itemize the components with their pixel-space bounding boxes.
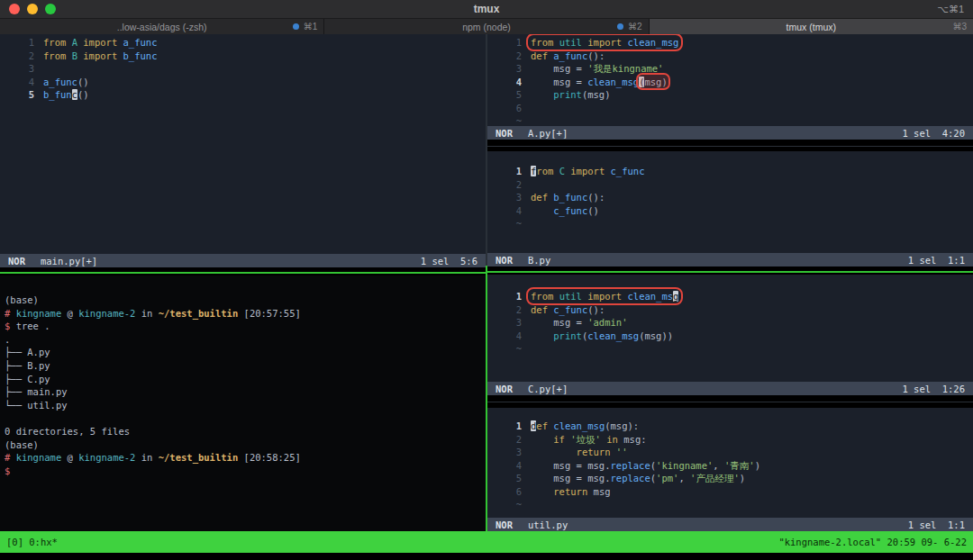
pane-border-horizontal-active[interactable] bbox=[487, 266, 973, 275]
close-button[interactable] bbox=[9, 4, 20, 14]
code-token: def bbox=[531, 50, 548, 61]
code-token: import bbox=[587, 37, 622, 48]
code-token: return bbox=[577, 447, 611, 457]
code-line: 2from B import b_func bbox=[7, 50, 486, 63]
code-token: replace bbox=[611, 460, 650, 471]
line-number: 1 bbox=[495, 420, 522, 433]
tab-title: tmux (tmux) bbox=[650, 22, 973, 32]
minimize-button[interactable] bbox=[27, 4, 38, 14]
code-token: clean_msg bbox=[628, 37, 679, 48]
pane-border-horizontal[interactable] bbox=[487, 395, 973, 408]
terminal-line bbox=[5, 411, 486, 425]
code-line: 5 print(msg) bbox=[495, 88, 973, 102]
code-token: (): bbox=[587, 50, 605, 61]
editor-pane-util-py[interactable]: 1def clean_msg(msg):2 if '垃圾' in msg:3 r… bbox=[487, 408, 973, 531]
line-number: 4 bbox=[495, 330, 522, 343]
line-number: 2 bbox=[7, 50, 34, 63]
code-token: (msg)) bbox=[639, 330, 673, 341]
line-number: 4 bbox=[7, 76, 34, 89]
terminal-output[interactable]: (base)# kingname @ kingname-2 in ~/test_… bbox=[0, 275, 486, 477]
code-token: kingname-2 bbox=[78, 308, 135, 319]
file-name: B.py bbox=[528, 255, 550, 266]
editor-pane-a-py[interactable]: 1from util import clean_msg2def a_func()… bbox=[487, 34, 973, 140]
bottom-gap bbox=[0, 553, 973, 560]
code-token bbox=[531, 486, 553, 497]
tab-activity-dot-icon bbox=[293, 23, 299, 30]
cursor-position: 1 sel 1:1 bbox=[908, 255, 965, 266]
code-token: rom bbox=[536, 166, 553, 176]
code-area-c-py[interactable]: 1from util import clean_msg2def c_func()… bbox=[487, 275, 973, 382]
code-token: clean_ms bbox=[628, 291, 674, 302]
pane-border-horizontal[interactable] bbox=[0, 267, 486, 275]
code-token: [20:58:25] bbox=[238, 452, 301, 463]
code-area-main-py[interactable]: 1from A import a_func2from B import b_fu… bbox=[0, 34, 486, 254]
empty-line-tilde: ~ bbox=[495, 498, 522, 511]
code-token: replace bbox=[611, 473, 650, 483]
code-line: 4 msg = msg.replace('kingname', '青南') bbox=[495, 459, 973, 473]
code-token: () bbox=[587, 205, 599, 216]
code-token: '' bbox=[616, 447, 628, 457]
code-line: 3 msg = 'admin' bbox=[495, 316, 973, 330]
code-area-b-py[interactable]: 1from C import c_func23def b_func():4 c_… bbox=[487, 151, 973, 253]
code-token: msg bbox=[587, 486, 610, 497]
code-line: 2def c_func(): bbox=[495, 303, 973, 317]
code-token: 'admin' bbox=[587, 317, 627, 328]
code-line: 1from util import clean_msg bbox=[495, 290, 973, 303]
code-token bbox=[531, 89, 553, 100]
code-token: 0 directories, 5 files bbox=[5, 426, 130, 437]
terminal-line: 0 directories, 5 files bbox=[5, 425, 486, 438]
line-number: 5 bbox=[495, 88, 522, 102]
code-token: import bbox=[587, 291, 622, 302]
code-line: 4 msg = clean_msg(msg) bbox=[495, 76, 973, 89]
code-token: @ bbox=[61, 452, 78, 463]
code-token: msg = msg. bbox=[531, 460, 611, 471]
code-token: 'pm' bbox=[656, 473, 678, 483]
zoom-button[interactable] bbox=[45, 4, 56, 14]
statusline-util-py: NOR util.py 1 sel 1:1 bbox=[487, 518, 973, 531]
code-area-util-py[interactable]: 1def clean_msg(msg):2 if '垃圾' in msg:3 r… bbox=[487, 408, 973, 518]
code-token: [20:57:55] bbox=[238, 308, 301, 319]
code-token: '垃圾' bbox=[570, 434, 601, 445]
pane-border-horizontal[interactable] bbox=[487, 140, 973, 151]
code-token: (): bbox=[587, 192, 605, 203]
code-line: 3 msg = '我是kingname' bbox=[495, 62, 973, 76]
terminal-line: # kingname @ kingname-2 in ~/test_builti… bbox=[5, 451, 486, 465]
statusline-a-py: NOR A.py[+] 1 sel 4:20 bbox=[487, 126, 973, 140]
shell-pane[interactable]: (base)# kingname @ kingname-2 in ~/test_… bbox=[0, 275, 486, 531]
tab-npm-node[interactable]: npm (node)⌘2 bbox=[324, 19, 649, 34]
code-token: b_fun bbox=[43, 89, 72, 100]
tab-tmux-tmux[interactable]: tmux (tmux)⌘3 bbox=[650, 19, 973, 34]
code-token: msg = bbox=[531, 63, 587, 74]
line-number: 2 bbox=[495, 50, 522, 63]
line-number: 3 bbox=[495, 62, 522, 76]
editor-pane-c-py[interactable]: 1from util import clean_msg2def c_func()… bbox=[487, 275, 973, 395]
code-token: '青南' bbox=[724, 460, 755, 471]
code-token: from bbox=[43, 37, 66, 48]
code-area-a-py[interactable]: 1from util import clean_msg2def a_func()… bbox=[487, 34, 973, 126]
terminal-line: (base) bbox=[5, 294, 486, 307]
terminal-line: $ bbox=[5, 465, 486, 478]
statusline-c-py: NOR C.py[+] 1 sel 1:26 bbox=[487, 382, 973, 395]
code-token: ~/test_builtin bbox=[159, 308, 239, 319]
code-token: a_func bbox=[43, 77, 77, 87]
code-token: ef bbox=[536, 420, 548, 431]
code-token: clean_msg bbox=[553, 420, 605, 431]
tab-low-asia-dags-zsh[interactable]: ..low-asia/dags (-zsh)⌘1 bbox=[0, 19, 324, 34]
empty-line-tilde: ~ bbox=[495, 342, 522, 356]
code-token: kingname bbox=[16, 452, 62, 463]
code-token: ├── B.py bbox=[5, 360, 50, 371]
code-token: b_func bbox=[553, 192, 587, 203]
editor-pane-b-py[interactable]: 1from C import c_func23def b_func():4 c_… bbox=[487, 151, 973, 266]
code-token: tree . bbox=[16, 321, 50, 331]
titlebar: tmux ⌥⌘1 bbox=[0, 0, 973, 19]
code-token: a_func bbox=[553, 50, 587, 61]
editor-mode-indicator: NOR bbox=[8, 256, 25, 266]
editor-pane-main-py[interactable]: 1from A import a_func2from B import b_fu… bbox=[0, 34, 486, 267]
line-number: 5 bbox=[7, 88, 34, 102]
code-token: . bbox=[5, 334, 10, 345]
code-line: 3 bbox=[7, 62, 486, 76]
code-token: in bbox=[135, 452, 158, 463]
window-shortcut-hint: ⌥⌘1 bbox=[937, 4, 973, 15]
editor-mode-indicator: NOR bbox=[496, 128, 513, 139]
terminal-line: . bbox=[5, 333, 486, 347]
